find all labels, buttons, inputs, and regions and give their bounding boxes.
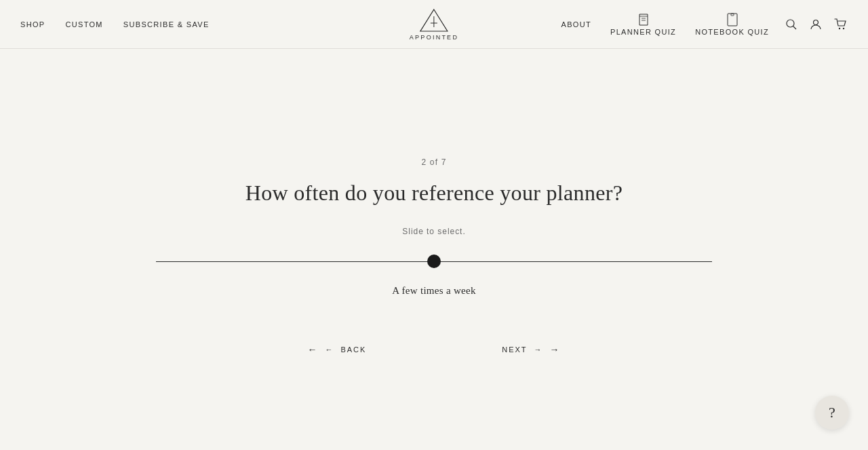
next-arrow-icon: → [534, 345, 543, 354]
svg-point-12 [843, 27, 844, 29]
nav-about[interactable]: ABOUT [561, 20, 592, 29]
nav-planner-quiz[interactable]: PLANNER QUIZ [610, 13, 676, 36]
next-label: NEXT [502, 345, 527, 354]
nav-planner-quiz-label: PLANNER QUIZ [610, 28, 676, 36]
slider-value-label: A few times a week [392, 285, 476, 297]
svg-line-9 [793, 26, 797, 29]
svg-point-11 [839, 27, 840, 29]
svg-point-8 [787, 20, 794, 27]
frequency-slider[interactable] [156, 261, 712, 262]
slide-instruction: Slide to select. [402, 227, 465, 236]
nav-left: SHOP CUSTOM SUBSCRIBE & SAVE [20, 20, 210, 29]
account-icon[interactable] [810, 18, 822, 31]
cart-icon[interactable] [834, 18, 848, 31]
nav-right: ABOUT PLANNER QUIZ NOTEBOOK QUIZ [561, 13, 848, 36]
nav-subscribe-save[interactable]: SUBSCRIBE & SAVE [123, 20, 210, 29]
step-counter: 2 of 7 [421, 157, 446, 167]
quiz-question: How often do you reference your planner? [245, 179, 623, 208]
help-icon: ? [829, 404, 835, 421]
logo-wordmark: APPOINTED [410, 34, 458, 41]
svg-point-10 [814, 20, 818, 24]
help-button[interactable]: ? [815, 396, 849, 430]
back-button[interactable]: ← BACK [307, 344, 366, 355]
nav-shop[interactable]: SHOP [20, 20, 45, 29]
quiz-navigation: ← BACK NEXT → [156, 344, 712, 355]
logo[interactable]: APPOINTED [410, 8, 458, 41]
nav-right-links: ABOUT PLANNER QUIZ NOTEBOOK QUIZ [561, 13, 769, 36]
back-arrow-icon: ← [325, 345, 334, 354]
search-icon[interactable] [785, 18, 797, 31]
main-content: 2 of 7 How often do you reference your p… [0, 49, 868, 450]
back-label: BACK [340, 345, 366, 354]
slider-container [156, 252, 712, 265]
nav-notebook-quiz[interactable]: NOTEBOOK QUIZ [695, 13, 769, 36]
nav-icons [785, 18, 848, 31]
nav-custom[interactable]: CUSTOM [65, 20, 102, 29]
header: SHOP CUSTOM SUBSCRIBE & SAVE APPOINTED A… [0, 0, 868, 49]
next-button[interactable]: NEXT → [502, 344, 560, 355]
quiz-step: 2 of 7 How often do you reference your p… [156, 157, 712, 355]
nav-notebook-quiz-label: NOTEBOOK QUIZ [695, 28, 769, 36]
